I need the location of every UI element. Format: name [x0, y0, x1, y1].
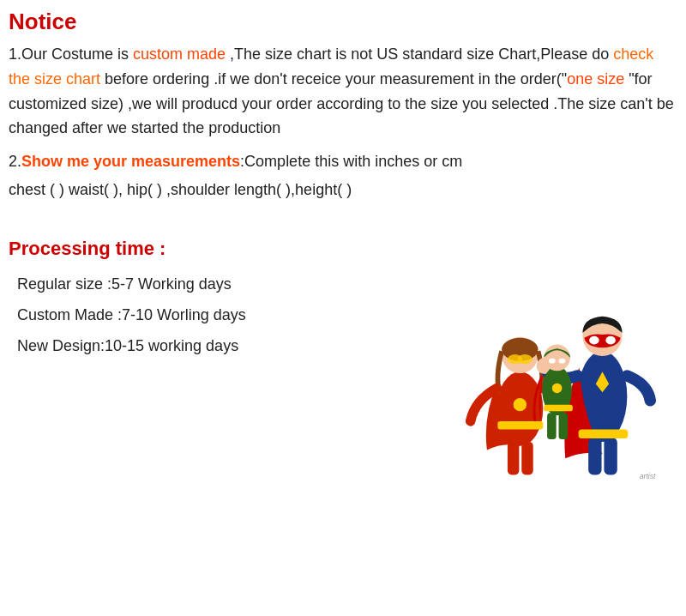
- measurements-text: :Complete this with inches or cm: [240, 153, 462, 170]
- svg-text:artist: artist: [640, 472, 656, 480]
- svg-rect-6: [521, 442, 533, 474]
- svg-rect-25: [559, 413, 569, 439]
- svg-rect-5: [508, 442, 519, 474]
- list-item: Custom Made :7-10 Worling days: [17, 299, 246, 330]
- paragraph1-part2: ,The size chart is not US standard size …: [230, 45, 613, 63]
- svg-rect-7: [497, 421, 543, 430]
- paragraph1-part1: 1.Our Costume is: [9, 45, 133, 63]
- illustration-area: artist: [420, 269, 677, 483]
- list-item: Regular size :5-7 Working days: [17, 269, 246, 299]
- paragraph1-part3: before ordering .if we don't receice you…: [100, 70, 567, 88]
- svg-point-4: [517, 354, 532, 365]
- svg-rect-22: [544, 405, 573, 412]
- measurements-fields: chest ( ) waist( ), hip( ) ,shoulder len…: [9, 181, 352, 198]
- measurements-line: 2.Show me your measurements:Complete thi…: [9, 148, 677, 203]
- notice-section: Notice 1.Our Costume is custom made ,The…: [9, 9, 677, 203]
- custom-made-highlight: custom made: [133, 45, 230, 63]
- show-measurements-highlight: Show me your measurements: [21, 153, 240, 170]
- svg-rect-14: [604, 438, 617, 474]
- svg-point-21: [559, 359, 566, 364]
- svg-point-8: [514, 398, 527, 411]
- measurements-number: 2.: [9, 153, 21, 170]
- svg-point-12: [605, 336, 616, 345]
- svg-point-11: [589, 336, 599, 345]
- svg-point-23: [552, 383, 563, 394]
- processing-content: Regular size :5-7 Working days Custom Ma…: [9, 269, 677, 483]
- processing-title: Processing time :: [9, 238, 677, 260]
- one-size-highlight: one size: [567, 70, 629, 88]
- svg-point-20: [549, 359, 556, 364]
- processing-section: Processing time : Regular size :5-7 Work…: [9, 238, 677, 483]
- svg-rect-17: [579, 429, 629, 438]
- superhero-illustration: artist: [424, 269, 673, 483]
- notice-title: Notice: [9, 9, 677, 35]
- list-item: New Design:10-15 working days: [17, 330, 246, 361]
- processing-list: Regular size :5-7 Working days Custom Ma…: [9, 269, 246, 361]
- svg-rect-13: [588, 438, 601, 474]
- notice-body: 1.Our Costume is custom made ,The size c…: [9, 42, 677, 141]
- svg-point-19: [544, 344, 570, 371]
- spacer: [9, 203, 677, 224]
- svg-rect-24: [547, 413, 557, 439]
